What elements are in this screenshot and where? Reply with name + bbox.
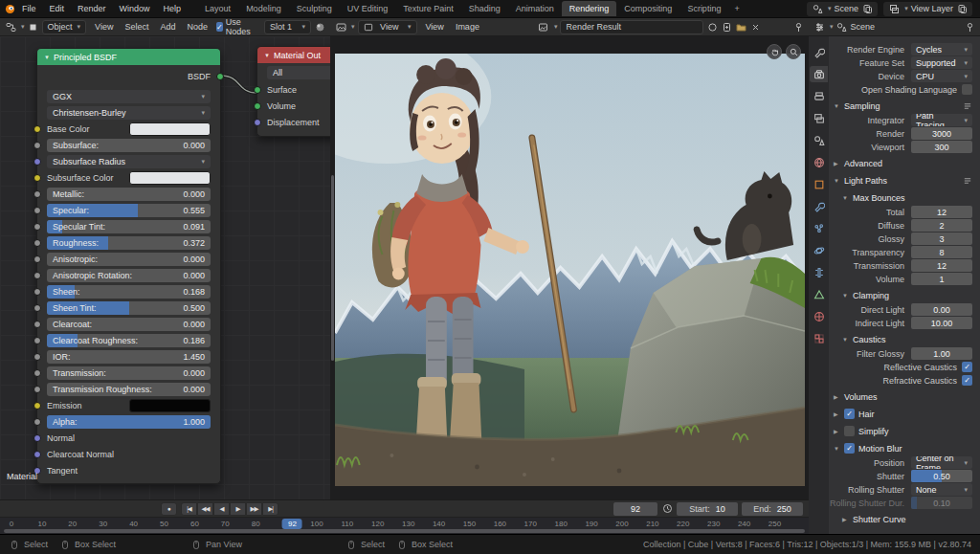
principled-bsdf-header[interactable]: ▼ Principled BSDF [37,49,220,65]
properties-tab-physics[interactable] [810,242,828,258]
current-frame-indicator[interactable]: 92 [282,519,302,529]
slider[interactable]: Specular:0.555 [47,204,211,217]
properties-tab-data[interactable] [810,286,828,302]
input-socket[interactable] [33,142,41,149]
properties-tab-texture[interactable] [810,330,828,346]
collapse-triangle-icon[interactable]: ▼ [264,53,270,58]
properties-tab-viewlayer[interactable] [810,110,828,126]
workspace-tab-scripting[interactable]: Scripting [679,1,728,16]
workspace-tab-uv-editing[interactable]: UV Editing [340,1,396,16]
collapse-triangle-icon[interactable]: ▼ [44,55,50,60]
panel-clamping[interactable]: ▼Clamping [829,288,980,302]
panel-triangle-icon[interactable]: ▼ [834,103,840,109]
slot-dropdown[interactable]: Slot 1▾ [264,20,311,34]
slider[interactable]: Sheen:0.168 [47,285,211,299]
slider[interactable]: Roughness:0.372 [47,236,211,250]
panel-triangle-icon[interactable]: ▶ [834,160,840,166]
value-glossy[interactable]: 3 [911,233,972,245]
slider[interactable]: Subsurface:0.000 [47,139,211,152]
workspace-tab-modeling[interactable]: Modeling [238,1,289,16]
slider[interactable]: Clearcoat:0.000 [47,318,211,331]
input-socket[interactable] [254,102,261,110]
shader-type-dropdown[interactable]: Object▾ [42,20,87,34]
input-socket[interactable] [33,353,41,361]
slider[interactable]: Alpha:1.000 [47,415,211,429]
slider[interactable]: Transmission Roughness:0.000 [47,383,211,396]
panel-light-paths[interactable]: ▼Light Paths [829,173,980,188]
panel-triangle-icon[interactable]: ▼ [834,178,840,184]
panel-advanced[interactable]: ▶Advanced [829,156,980,170]
input-socket[interactable] [33,386,41,393]
fake-user-icon[interactable] [706,21,718,33]
panel-triangle-icon[interactable]: ▼ [842,293,849,299]
panel-triangle-icon[interactable]: ▼ [842,195,849,201]
panel-shutter-curve[interactable]: ▶Shutter Curve [829,512,980,526]
menu-edit[interactable]: Edit [43,2,72,15]
value-transmission[interactable]: 12 [911,259,972,272]
play-button[interactable]: ▶ [230,502,246,516]
value-indirect-light[interactable]: 10.00 [911,317,972,329]
input-socket[interactable] [254,86,261,94]
panel-motion-blur[interactable]: ▼✓Motion Blur [829,441,980,455]
pin-icon[interactable] [792,21,804,33]
input-socket[interactable] [33,288,41,296]
color-swatch[interactable] [129,171,212,185]
principled-bsdf-node[interactable]: ▼ Principled BSDF BSDF GGX▾Christensen-B… [36,48,221,484]
material-output-node[interactable]: ▼ Material Out All SurfaceVolumeDisplace… [256,46,330,137]
node-canvas[interactable]: ▼ Principled BSDF BSDF GGX▾Christensen-B… [0,36,330,499]
slider[interactable]: Anisotropic:0.000 [47,253,211,266]
end-frame-field[interactable]: End: 250 [742,502,803,516]
panel-max-bounces[interactable]: ▼Max Bounces [829,190,980,205]
value-render[interactable]: 3000 [911,127,972,140]
checkbox-motion-blur[interactable]: ✓ [844,443,855,454]
input-socket[interactable] [33,223,41,231]
previous-keyframe-button[interactable]: ◀◀ [197,502,213,516]
checkbox-open-shading-language[interactable] [962,84,972,95]
start-frame-field[interactable]: Start: 10 [677,502,738,516]
new-image-icon[interactable] [721,21,732,33]
use-nodes-checkbox[interactable]: ✓ [216,22,223,32]
dropdown[interactable]: Christensen-Burley▾ [47,106,211,120]
input-socket[interactable] [33,418,41,426]
panel-triangle-icon[interactable]: ▶ [842,516,849,522]
panel-triangle-icon[interactable]: ▼ [834,446,840,452]
panel-triangle-icon[interactable]: ▼ [842,337,849,343]
dropdown[interactable]: GGX▾ [47,90,211,103]
properties-tab-material[interactable] [810,308,828,324]
unlink-image-icon[interactable] [749,21,761,33]
workspace-tab-animation[interactable]: Animation [508,1,562,16]
output-target-row[interactable]: All [257,63,330,81]
properties-tab-tool[interactable] [810,44,828,60]
material-preview-icon[interactable] [314,21,325,33]
input-socket[interactable] [33,207,41,214]
panel-triangle-icon[interactable]: ▶ [834,410,840,417]
properties-tab-modifier[interactable] [810,198,828,214]
properties-tab-particles[interactable] [810,220,828,236]
scene-selector[interactable]: ▾ Scene [807,2,878,16]
slider[interactable]: Anisotropic Rotation:0.000 [47,269,211,282]
menu-window[interactable]: Window [113,2,157,15]
value-transparency[interactable]: 8 [911,246,972,258]
properties-tab-render-active[interactable] [810,66,828,82]
input-socket[interactable] [33,190,41,198]
play-reverse-button[interactable]: ◀ [213,502,230,516]
slider[interactable]: Transmission:0.000 [47,366,211,380]
dropdown-device[interactable]: CPU▾ [911,70,972,82]
panel-sampling[interactable]: ▼Sampling [829,99,980,113]
workspace-tab-shading[interactable]: Shading [461,1,508,16]
next-keyframe-button[interactable]: ▶▶ [246,502,262,516]
jump-to-end-button[interactable]: ▶| [262,502,278,516]
value-filter-glossy[interactable]: 1.00 [911,347,972,360]
slider[interactable]: Clearcoat Roughness:0.186 [47,334,211,347]
properties-tab-scene[interactable] [810,132,828,148]
value-diffuse[interactable]: 2 [911,219,972,232]
menu-select[interactable]: Select [119,20,154,33]
dropdown-integrator[interactable]: Path Tracing▾ [911,114,972,126]
blender-logo-icon[interactable] [4,3,15,14]
input-socket[interactable] [33,402,41,410]
input-socket[interactable] [33,321,41,328]
input-socket[interactable] [33,125,41,133]
input-socket[interactable] [33,174,41,182]
properties-tab-constraints[interactable] [810,264,828,280]
display-mode-dropdown[interactable]: View▾ [358,20,417,34]
